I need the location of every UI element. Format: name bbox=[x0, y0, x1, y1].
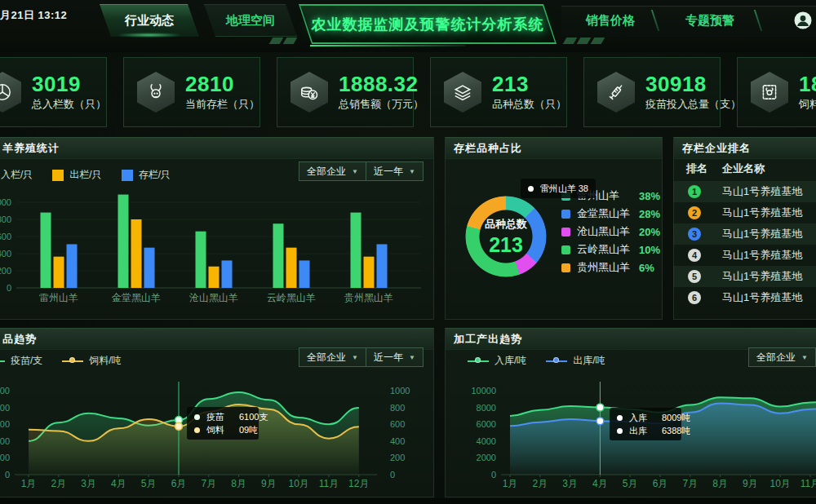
kpi-value: 1888.32 bbox=[339, 73, 424, 95]
hatch-deco bbox=[283, 38, 298, 44]
variety-legend-item[interactable]: 沧山黑山羊20% bbox=[561, 223, 660, 241]
product-legend: 疫苗/支饲料/吨 bbox=[0, 354, 141, 368]
kpi-text: 213品种总数（只） bbox=[492, 73, 566, 112]
legend-line-marker-icon bbox=[468, 360, 489, 362]
legend-item[interactable]: 出栏/只 bbox=[52, 168, 101, 182]
chevron-down-icon: ▼ bbox=[352, 168, 358, 175]
tooltip-row: 饲料09吨 bbox=[194, 424, 251, 436]
kpi-hex bbox=[0, 72, 21, 113]
kpi-card: 2810当前存栏（只） bbox=[123, 57, 260, 127]
legend-label: 出库/吨 bbox=[573, 354, 605, 368]
table-row[interactable]: 6马山1号养殖基地 bbox=[673, 287, 816, 308]
kpi-card: 1888.32总销售额（万元） bbox=[277, 57, 414, 127]
user-avatar-icon[interactable] bbox=[793, 11, 813, 30]
table-row[interactable]: 2马山1号养殖基地 bbox=[673, 202, 816, 223]
kpi-label: 当前存栏（只） bbox=[185, 97, 259, 112]
kpi-label: 品种总数（只） bbox=[492, 97, 566, 112]
kpi-text: 30918疫苗投入总量（支） bbox=[645, 73, 741, 112]
legend-label: 金堂黑山羊 bbox=[577, 206, 632, 221]
tooltip-dot-icon bbox=[194, 414, 200, 420]
legend-item[interactable]: 入库/吨 bbox=[468, 354, 526, 368]
ranking-table-header: 排名 企业名称 bbox=[673, 160, 816, 178]
variety-tooltip: 雷州山羊 38 bbox=[521, 179, 596, 198]
chevron-down-icon: ▼ bbox=[801, 354, 808, 361]
breeding-enterprise-filter[interactable]: 全部企业▼ bbox=[299, 161, 366, 181]
legend-swatch-icon bbox=[561, 210, 570, 219]
table-row[interactable]: 3马山1号养殖基地 bbox=[673, 223, 816, 245]
breeding-legend: 入栏/只出栏/只存栏/只 bbox=[0, 168, 190, 182]
chevron-down-icon: ▼ bbox=[409, 354, 415, 361]
tooltip-dot-icon bbox=[617, 415, 623, 421]
processing-enterprise-filter[interactable]: 全部企业▼ bbox=[748, 347, 816, 367]
variety-legend-item[interactable]: 云岭黑山羊10% bbox=[561, 241, 660, 259]
kpi-hex bbox=[751, 72, 788, 113]
legend-label: 入库/吨 bbox=[494, 354, 526, 368]
legend-swatch-icon bbox=[52, 170, 64, 181]
legend-line-marker-icon bbox=[546, 360, 567, 362]
rank-badge: 2 bbox=[688, 206, 701, 219]
tooltip-series: 出库 bbox=[629, 425, 650, 437]
filter-label: 近一年 bbox=[374, 351, 403, 365]
title-underline bbox=[310, 45, 465, 46]
legend-line-marker-icon bbox=[0, 360, 5, 362]
table-row[interactable]: 5马山1号养殖基地 bbox=[673, 266, 816, 287]
feed-bag-icon bbox=[759, 82, 780, 103]
kpi-label: 疫苗投入总量（支） bbox=[645, 97, 741, 112]
legend-item[interactable]: 入栏/只 bbox=[0, 168, 33, 182]
page-title: 农业数据监测及预警统计分析系统 bbox=[312, 15, 544, 34]
filter-label: 全部企业 bbox=[756, 351, 796, 365]
legend-percent: 6% bbox=[639, 262, 654, 274]
chevron-down-icon: ▼ bbox=[352, 354, 358, 361]
tab-label: 专题预警 bbox=[685, 13, 734, 29]
rank-badge: 4 bbox=[688, 249, 701, 262]
product-enterprise-filter[interactable]: 全部企业▼ bbox=[299, 347, 366, 367]
donut-center-label: 品种总数 bbox=[485, 217, 527, 232]
kpi-hex bbox=[444, 72, 481, 113]
tab-geo-space[interactable]: 地理空间 bbox=[204, 4, 297, 37]
product-period-filter[interactable]: 近一年▼ bbox=[366, 347, 424, 367]
legend-percent: 10% bbox=[639, 244, 660, 256]
syringe-icon bbox=[605, 82, 627, 103]
panel-title: 加工产出趋势 bbox=[454, 332, 522, 347]
kpi-label: 总入栏数（只） bbox=[32, 97, 106, 112]
variety-legend-item[interactable]: 金堂黑山羊28% bbox=[561, 205, 660, 223]
legend-item[interactable]: 饲料/吨 bbox=[62, 354, 121, 368]
tooltip-row: 出库6388吨 bbox=[617, 425, 674, 437]
tab-label: 销售价格 bbox=[586, 13, 635, 29]
system-title: 农业数据监测及预警统计分析系统 bbox=[299, 4, 557, 44]
sales-coin-icon bbox=[299, 82, 320, 103]
legend-item[interactable]: 存栏/只 bbox=[122, 168, 171, 182]
tooltip-series: 入库 bbox=[629, 412, 650, 424]
goat-icon bbox=[145, 82, 166, 103]
kpi-label: 总销售额（万元） bbox=[339, 97, 424, 112]
tab-industry-news[interactable]: 行业动态 bbox=[100, 4, 199, 37]
enterprise-name: 马山1号养殖基地 bbox=[722, 290, 802, 305]
legend-swatch-icon bbox=[561, 228, 570, 237]
legend-item[interactable]: 出库/吨 bbox=[546, 354, 605, 368]
tooltip-value: 38 bbox=[579, 183, 588, 193]
kpi-text: 1888.32总销售额（万元） bbox=[339, 73, 424, 112]
tab-sales-price[interactable]: 销售价格 bbox=[568, 4, 653, 37]
hatch-deco bbox=[563, 38, 578, 44]
enterprise-name: 马山1号养殖基地 bbox=[722, 227, 802, 241]
legend-percent: 20% bbox=[639, 226, 660, 238]
kpi-text: 188饲料投入 bbox=[799, 73, 816, 112]
tooltip-dot-icon bbox=[528, 186, 534, 192]
table-row[interactable]: 1马山1号养殖基地 bbox=[673, 181, 816, 202]
legend-item[interactable]: 疫苗/支 bbox=[0, 354, 42, 368]
filter-label: 近一年 bbox=[374, 165, 403, 179]
kpi-value: 188 bbox=[799, 73, 816, 95]
ranking-table-body: 1马山1号养殖基地2马山1号养殖基地3马山1号养殖基地4马山1号养殖基地5马山1… bbox=[673, 181, 816, 308]
tooltip-value: 6100支 bbox=[239, 411, 268, 423]
hatch-deco bbox=[269, 38, 284, 44]
tooltip-value: 09吨 bbox=[239, 424, 258, 436]
breeding-period-filter[interactable]: 近一年▼ bbox=[366, 161, 424, 181]
kpi-hex bbox=[137, 72, 175, 113]
variety-legend-item[interactable]: 贵州黑山羊6% bbox=[561, 259, 660, 276]
tab-topic-warning[interactable]: 专题预警 bbox=[667, 4, 752, 37]
table-row[interactable]: 4马山1号养殖基地 bbox=[673, 245, 816, 266]
legend-swatch-icon bbox=[561, 263, 570, 272]
legend-percent: 38% bbox=[639, 190, 660, 202]
pie-chart-icon bbox=[0, 82, 13, 103]
tooltip-value: 6388吨 bbox=[662, 425, 690, 437]
